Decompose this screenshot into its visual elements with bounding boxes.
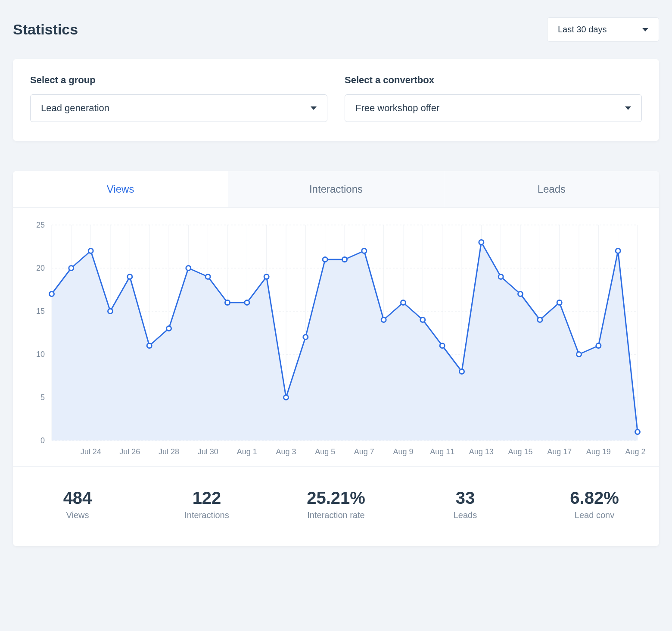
stat-lead-conv: 6.82%Lead conv: [530, 488, 659, 520]
stat-value: 6.82%: [530, 488, 659, 508]
stat-value: 33: [401, 488, 530, 508]
svg-text:Aug 5: Aug 5: [315, 447, 335, 456]
group-filter-label: Select a group: [30, 75, 327, 86]
svg-point-56: [303, 335, 308, 340]
svg-point-50: [186, 266, 191, 271]
svg-text:Aug 15: Aug 15: [508, 447, 532, 456]
svg-point-51: [205, 275, 210, 279]
stat-label: Interactions: [142, 510, 271, 520]
svg-point-46: [108, 309, 113, 314]
svg-text:25: 25: [36, 221, 45, 229]
svg-text:Aug 3: Aug 3: [276, 447, 296, 456]
svg-text:Aug 19: Aug 19: [586, 447, 611, 456]
svg-point-48: [147, 344, 152, 348]
svg-point-59: [362, 249, 367, 253]
svg-text:Aug 21: Aug 21: [625, 447, 646, 456]
svg-text:Jul 28: Jul 28: [159, 447, 179, 456]
svg-point-53: [245, 300, 249, 305]
chart-card: ViewsInteractionsLeads 0510152025Jul 24J…: [13, 171, 659, 546]
svg-text:Jul 24: Jul 24: [81, 447, 101, 456]
svg-point-63: [440, 344, 445, 348]
svg-text:0: 0: [40, 436, 45, 445]
svg-point-73: [635, 430, 640, 434]
svg-point-70: [577, 352, 582, 357]
svg-point-47: [128, 275, 132, 279]
date-range-select[interactable]: Last 30 days: [547, 17, 659, 42]
caret-down-icon: [625, 106, 631, 110]
svg-point-62: [420, 318, 425, 322]
svg-point-61: [401, 300, 406, 305]
stat-label: Interaction rate: [271, 510, 401, 520]
svg-text:Aug 17: Aug 17: [547, 447, 572, 456]
stat-label: Leads: [401, 510, 530, 520]
stat-label: Views: [13, 510, 142, 520]
stat-value: 122: [142, 488, 271, 508]
stat-views: 484Views: [13, 488, 142, 520]
stats-row: 484Views122Interactions25.21%Interaction…: [13, 466, 659, 546]
tab-interactions[interactable]: Interactions: [228, 171, 444, 207]
svg-text:Jul 30: Jul 30: [198, 447, 218, 456]
svg-point-72: [616, 249, 620, 253]
svg-text:20: 20: [36, 264, 45, 272]
views-chart: 0510152025Jul 24Jul 26Jul 28Jul 30Aug 1A…: [26, 221, 646, 462]
svg-text:Aug 1: Aug 1: [237, 447, 257, 456]
svg-text:10: 10: [36, 350, 45, 359]
svg-point-58: [342, 257, 347, 262]
stat-interactions: 122Interactions: [142, 488, 271, 520]
page-title: Statistics: [13, 21, 78, 38]
svg-text:Jul 26: Jul 26: [119, 447, 140, 456]
svg-point-52: [225, 300, 230, 305]
convertbox-select[interactable]: Free workshop offer: [345, 94, 642, 122]
convertbox-filter-label: Select a convertbox: [345, 75, 642, 86]
svg-point-43: [50, 292, 54, 297]
svg-point-55: [284, 395, 289, 400]
filters-card: Select a group Lead generation Select a …: [13, 59, 659, 141]
svg-text:Aug 7: Aug 7: [354, 447, 374, 456]
svg-point-65: [479, 240, 484, 245]
stat-label: Lead conv: [530, 510, 659, 520]
svg-point-60: [381, 318, 386, 322]
group-select[interactable]: Lead generation: [30, 94, 327, 122]
chart-tabs: ViewsInteractionsLeads: [13, 171, 659, 207]
date-range-label: Last 30 days: [558, 25, 607, 34]
svg-point-67: [518, 292, 523, 297]
svg-point-69: [557, 300, 562, 305]
svg-point-49: [167, 326, 171, 331]
tab-leads[interactable]: Leads: [444, 171, 659, 207]
svg-text:Aug 9: Aug 9: [393, 447, 413, 456]
svg-text:Aug 13: Aug 13: [469, 447, 494, 456]
svg-text:5: 5: [40, 393, 45, 402]
svg-point-57: [323, 257, 327, 262]
caret-down-icon: [311, 106, 317, 110]
caret-down-icon: [642, 28, 648, 31]
stat-interaction-rate: 25.21%Interaction rate: [271, 488, 401, 520]
svg-point-68: [538, 318, 542, 322]
svg-text:15: 15: [36, 307, 45, 316]
convertbox-select-value: Free workshop offer: [355, 103, 439, 114]
svg-point-64: [460, 369, 464, 374]
svg-point-54: [264, 275, 269, 279]
tab-views[interactable]: Views: [13, 171, 228, 207]
svg-point-66: [498, 275, 503, 279]
svg-text:Aug 11: Aug 11: [430, 447, 454, 456]
stat-leads: 33Leads: [401, 488, 530, 520]
svg-point-71: [596, 344, 601, 348]
stat-value: 25.21%: [271, 488, 401, 508]
svg-point-44: [69, 266, 74, 271]
stat-value: 484: [13, 488, 142, 508]
svg-point-45: [88, 249, 93, 253]
group-select-value: Lead generation: [41, 103, 109, 114]
